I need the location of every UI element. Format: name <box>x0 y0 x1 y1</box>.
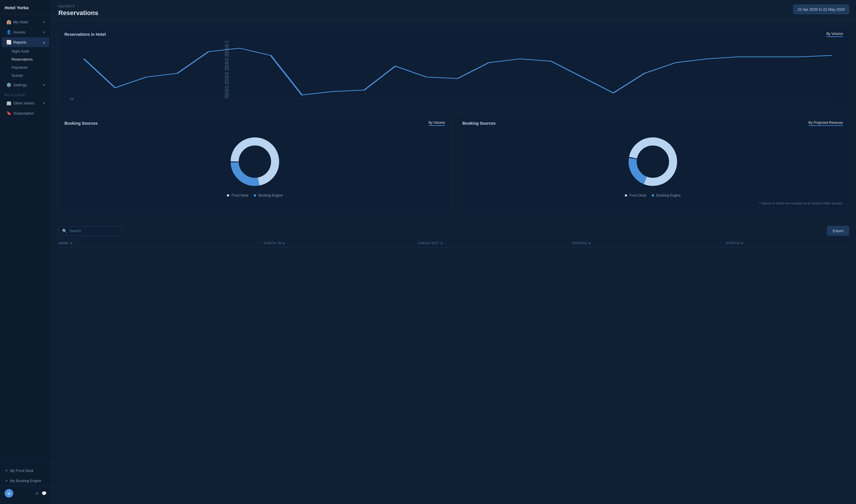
booking-engine-dot <box>254 194 256 197</box>
sidebar-item-other-hotels-label: Other Hotels <box>13 101 34 105</box>
pie-volume-toggle[interactable]: By Volume <box>429 121 445 126</box>
pie-volume-card: Booking Sources By Volume Front <box>58 115 451 213</box>
guests-icon: 👤 <box>6 30 11 34</box>
sidebar: Hotel Yorba 🏨 My Hotel ▾ 👤 Guests ▾ 📈 Re… <box>0 0 51 504</box>
sidebar-item-subscription-label: Subscription <box>13 111 34 115</box>
pie-revenue-inner: Front Desk Booking Engine <box>462 130 843 200</box>
sort-icon-checkout: ⇅ <box>441 241 443 245</box>
svg-text:2020-05-01: 2020-05-01 <box>224 86 230 98</box>
table-header-row: NAME ⇅ CHECK IN ⇅ CHECK OUT ⇅ SOURCE ⇅ S… <box>58 238 849 248</box>
sidebar-item-subscription[interactable]: 🔖 Subscription <box>2 108 49 118</box>
breadcrumb: REPORTS <box>58 5 98 8</box>
chevron-down-icon: ▾ <box>44 31 45 34</box>
header-left: REPORTS Reservations <box>58 5 98 17</box>
hotel-icon: 🏨 <box>6 20 11 24</box>
line-chart-card: Reservations in Hotel By Volume 0 2020-0… <box>58 26 849 110</box>
chevron-down-icon: ▾ <box>44 20 45 24</box>
line-chart-header: Reservations in Hotel By Volume <box>65 32 843 37</box>
brand-name: Hotel Yorba <box>0 0 51 14</box>
line-chart-title: Reservations in Hotel <box>65 32 106 37</box>
my-account-label: MY ACCOUNT <box>0 90 51 98</box>
booking-engine-dot-revenue <box>652 194 654 197</box>
sort-icon-checkin: ⇅ <box>283 241 285 245</box>
svg-text:2020-05-03: 2020-05-03 <box>224 58 230 70</box>
date-range-button[interactable]: 22 Apr 2020 to 22 May 2020 <box>793 5 849 14</box>
export-button[interactable]: Export <box>827 226 849 236</box>
external-link-icon: ↗ <box>5 468 8 473</box>
reports-icon: 📈 <box>6 40 11 44</box>
sidebar-item-other-hotels[interactable]: 🏢 Other Hotels ▾ <box>2 98 49 108</box>
pie-revenue-title: Booking Sources <box>462 121 496 126</box>
svg-point-32 <box>637 146 669 178</box>
svg-text:2020-05-05: 2020-05-05 <box>224 41 230 43</box>
sidebar-item-settings-label: Settings <box>13 83 27 87</box>
pie-volume-title: Booking Sources <box>65 121 98 126</box>
sidebar-item-my-hotel-label: My Hotel <box>13 20 28 24</box>
sidebar-sub-guests[interactable]: Guests <box>0 72 51 80</box>
page-header: REPORTS Reservations 22 Apr 2020 to 22 M… <box>51 0 856 20</box>
table-toolbar: 🔍 Export <box>58 223 849 238</box>
sidebar-bottom: ↗ My Front Desk ↗ My Booking Engine U ⇄ … <box>0 462 51 504</box>
chevron-down-icon: ▾ <box>44 84 45 87</box>
svg-text:2020-05-02: 2020-05-02 <box>224 72 230 84</box>
my-front-desk-label: My Front Desk <box>10 469 34 473</box>
legend-front-desk-volume: Front Desk <box>227 193 249 197</box>
table-col-source[interactable]: SOURCE ⇅ <box>572 241 726 245</box>
chat-icon[interactable]: 💬 <box>41 491 47 496</box>
avatar[interactable]: U <box>5 489 13 498</box>
svg-text:0: 0 <box>70 97 74 101</box>
pie-charts-row: Booking Sources By Volume Front <box>58 115 849 218</box>
pie-volume-inner: Front Desk Booking Engine <box>65 130 445 200</box>
refresh-icon[interactable]: ⇄ <box>35 491 39 496</box>
sidebar-sub-reservations[interactable]: Reservations <box>0 55 51 64</box>
pie-revenue-toggle[interactable]: By Projected Revenue <box>809 121 843 126</box>
search-icon: 🔍 <box>62 229 67 233</box>
pie-volume-svg <box>226 133 284 191</box>
settings-icon: ⚙️ <box>6 83 11 87</box>
sidebar-nav: 🏨 My Hotel ▾ 👤 Guests ▾ 📈 Reports ▴ Nigh… <box>0 14 51 462</box>
sidebar-sub-payments[interactable]: Payments <box>0 64 51 72</box>
pie-revenue-card: Booking Sources By Projected Revenue Fro… <box>456 115 849 213</box>
sidebar-item-my-hotel[interactable]: 🏨 My Hotel ▾ <box>2 17 49 27</box>
sidebar-item-guests-label: Guests <box>13 30 25 34</box>
legend-booking-engine-revenue: Booking Engine <box>652 193 681 197</box>
sidebar-item-reports[interactable]: 📈 Reports ▴ <box>2 37 49 47</box>
figures-note: * Figures in charts are rounded up to ne… <box>462 201 843 205</box>
line-chart-svg: 0 2020-05-01 2020-05-02 2020-05-03 2020-… <box>65 41 843 105</box>
search-input[interactable] <box>69 229 118 233</box>
svg-text:2020-05-04: 2020-05-04 <box>224 44 230 57</box>
chevron-up-icon: ▴ <box>44 41 45 44</box>
pie-volume-header: Booking Sources By Volume <box>65 121 445 126</box>
subscription-icon: 🔖 <box>6 111 11 115</box>
table-col-check-out[interactable]: CHECK OUT ⇅ <box>418 241 572 245</box>
user-row: U ⇄ 💬 <box>0 486 51 501</box>
my-booking-engine-label: My Booking Engine <box>10 479 41 483</box>
pie-revenue-svg <box>624 133 682 191</box>
pie-revenue-header: Booking Sources By Projected Revenue <box>462 121 843 126</box>
table-col-name[interactable]: NAME ⇅ <box>58 241 264 245</box>
sidebar-item-reports-label: Reports <box>13 40 27 44</box>
sidebar-item-settings[interactable]: ⚙️ Settings ▾ <box>2 80 49 90</box>
content-area: Reservations in Hotel By Volume 0 2020-0… <box>51 20 856 504</box>
legend-booking-engine-volume: Booking Engine <box>254 193 283 197</box>
main-content: REPORTS Reservations 22 Apr 2020 to 22 M… <box>51 0 856 504</box>
table-col-status[interactable]: STATUS ⇅ <box>726 241 849 245</box>
front-desk-dot-revenue <box>625 194 627 197</box>
pie-revenue-legend: Front Desk Booking Engine <box>625 193 681 197</box>
front-desk-dot <box>227 194 229 197</box>
sort-icon-status: ⇅ <box>741 241 743 245</box>
my-front-desk-btn[interactable]: ↗ My Front Desk <box>0 466 51 476</box>
external-link-icon-2: ↗ <box>5 479 8 483</box>
sidebar-item-guests[interactable]: 👤 Guests ▾ <box>2 27 49 37</box>
sort-icon-name: ⇅ <box>70 241 72 245</box>
line-chart-container: 0 2020-05-01 2020-05-02 2020-05-03 2020-… <box>65 41 843 105</box>
search-wrap[interactable]: 🔍 <box>58 226 122 236</box>
table-col-check-in[interactable]: CHECK IN ⇅ <box>264 241 418 245</box>
legend-front-desk-revenue: Front Desk <box>625 193 647 197</box>
line-chart-toggle[interactable]: By Volume <box>826 32 843 37</box>
pie-volume-legend: Front Desk Booking Engine <box>227 193 283 197</box>
sidebar-sub-night-audit[interactable]: Night Audit <box>0 47 51 55</box>
chevron-down-icon: ▾ <box>44 102 45 105</box>
my-booking-engine-btn[interactable]: ↗ My Booking Engine <box>0 476 51 486</box>
svg-point-29 <box>239 146 271 178</box>
